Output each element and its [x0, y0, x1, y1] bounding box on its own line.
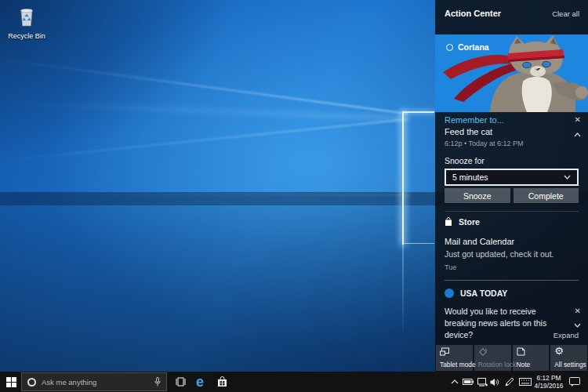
usatoday-notification-body[interactable]: Would you like to receive breaking news …: [445, 306, 568, 341]
expand-link[interactable]: Expand: [554, 331, 579, 339]
start-button[interactable]: [6, 377, 16, 387]
windows-logo-glow: [403, 243, 434, 244]
snooze-duration-value: 5 minutes: [452, 172, 488, 182]
search-placeholder: Ask me anything: [42, 378, 149, 387]
reminder-collapse-icon[interactable]: [574, 126, 581, 140]
cortana-search-icon: [27, 378, 36, 387]
quick-action-note[interactable]: Note: [513, 345, 550, 371]
snooze-duration-select[interactable]: 5 minutes: [445, 169, 579, 186]
battery-icon: [463, 379, 474, 385]
usatoday-logo-icon: [445, 289, 454, 298]
quick-action-label: Note: [517, 361, 531, 368]
microphone-icon[interactable]: [154, 377, 161, 387]
gear-icon: ⚙: [554, 346, 564, 356]
note-icon: [517, 347, 525, 358]
store-taskbar-button[interactable]: [213, 372, 230, 392]
store-notification-title[interactable]: Mail and Calendar: [445, 237, 514, 246]
cortana-banner-label: Cortana: [446, 42, 489, 52]
section-divider: [445, 280, 579, 281]
pen-tray-button[interactable]: [503, 372, 517, 392]
quick-action-rotation-lock[interactable]: Rotation lock: [474, 345, 511, 371]
reminder-buttons: Snooze Complete: [445, 188, 579, 203]
windows-logo-glow: [402, 111, 404, 245]
action-center-icon: [569, 377, 580, 387]
quick-action-label: Rotation lock: [478, 361, 516, 368]
edge-icon: e: [196, 375, 204, 389]
usatoday-notification-header[interactable]: USA TODAY: [445, 289, 507, 298]
snooze-for-label: Snooze for: [445, 156, 485, 165]
recycle-bin-shortcut[interactable]: Recycle Bin: [5, 6, 49, 40]
cortana-banner[interactable]: Cortana: [435, 34, 588, 112]
windows-logo-glow: [403, 111, 434, 113]
tray-overflow-button[interactable]: [448, 372, 461, 392]
taskbar-clock[interactable]: 6:12 PM 4/19/2016: [534, 374, 564, 390]
reminder-timestamp: 6:12p • Today at 6:12 PM: [445, 140, 524, 147]
cortana-ring-icon: [446, 44, 453, 51]
action-center-tray-button[interactable]: [566, 372, 583, 392]
clear-all-button[interactable]: Clear all: [552, 9, 579, 18]
search-input[interactable]: Ask me anything: [21, 372, 167, 391]
touch-keyboard-tray-button[interactable]: [517, 372, 534, 392]
volume-tray-button[interactable]: [488, 372, 502, 392]
reminder-close-icon[interactable]: ✕: [575, 116, 581, 124]
usatoday-expand-icon[interactable]: [574, 317, 581, 331]
windows-logo-reflection: [402, 245, 404, 339]
keyboard-icon: [519, 378, 532, 386]
quick-action-label: Tablet mode: [440, 361, 476, 368]
store-icon: [445, 217, 452, 227]
tablet-mode-icon: [440, 347, 449, 358]
store-app-name: Store: [459, 217, 480, 227]
store-bag-icon: [217, 376, 227, 387]
snooze-button[interactable]: Snooze: [445, 188, 510, 203]
rotation-lock-icon: [478, 347, 488, 358]
store-notification-day: Tue: [445, 263, 456, 271]
store-notification-body: Just got updated, check it out.: [445, 249, 554, 259]
network-icon: [477, 378, 488, 387]
chevron-up-icon: [451, 379, 459, 384]
pen-icon: [505, 377, 514, 387]
reminder-subject: Feed the cat: [445, 127, 492, 136]
section-divider: [445, 211, 579, 212]
cortana-app-name: Cortana: [458, 42, 489, 52]
task-view-icon: [175, 377, 187, 387]
edge-taskbar-button[interactable]: e: [191, 372, 209, 392]
chevron-down-icon: [564, 175, 571, 180]
clock-time: 6:12 PM: [534, 374, 564, 382]
reminder-title: Remember to...: [445, 115, 504, 125]
clock-date: 4/19/2016: [534, 382, 564, 390]
quick-action-label: All settings: [554, 361, 586, 368]
usatoday-close-icon[interactable]: ✕: [575, 307, 581, 315]
quick-action-all-settings[interactable]: ⚙ All settings: [550, 345, 587, 371]
action-center-panel: Action Center Clear all: [435, 0, 588, 372]
speaker-icon: [490, 378, 499, 387]
action-center-title: Action Center: [445, 9, 501, 18]
desktop-screen: Recycle Bin Action Center Clear all: [0, 0, 588, 392]
task-view-button[interactable]: [172, 372, 189, 392]
complete-button[interactable]: Complete: [514, 188, 579, 203]
quick-action-tablet-mode[interactable]: Tablet mode: [436, 345, 473, 371]
taskbar: Ask me anything e: [0, 372, 588, 392]
battery-tray-button[interactable]: [461, 372, 475, 392]
windows-logo-icon: [6, 377, 11, 382]
recycle-bin-label: Recycle Bin: [5, 32, 49, 40]
usatoday-app-name: USA TODAY: [460, 289, 507, 298]
quick-actions-row: Tablet mode Rotation lock Note ⚙ All set…: [436, 345, 587, 371]
recycle-bin-icon: [15, 6, 38, 27]
store-notification-header[interactable]: Store: [445, 217, 480, 227]
